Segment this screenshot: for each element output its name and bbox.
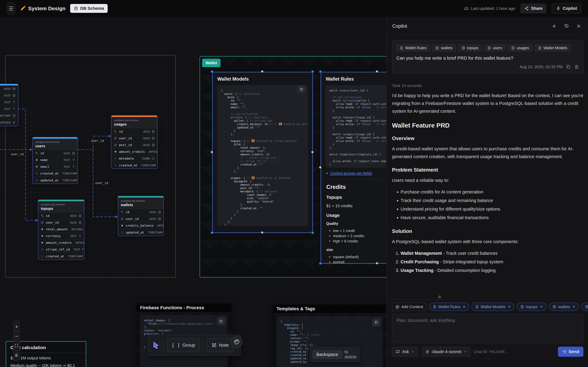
table-row-updated_at[interactable]: updated_atTIMESTAMP <box>118 229 164 236</box>
table-row-user_id[interactable]: user_idUUID <box>118 216 164 222</box>
control-access-link[interactable]: Control access per fields <box>330 171 372 175</box>
copy-code-button[interactable] <box>372 318 380 326</box>
table-usages[interactable]: postgres.db.schemausagesidUUIDuser_idUUI… <box>111 115 157 169</box>
topups-rate: $1 = 10 credits <box>326 204 387 208</box>
table-row-text[interactable]: TEXTT <box>0 99 18 106</box>
select-cursor-icon[interactable] <box>152 341 160 349</box>
wallet-models-card[interactable]: Wallet Models { users: { // collection $… <box>212 72 313 233</box>
fit-view-button[interactable] <box>13 342 20 350</box>
schema-canvas[interactable]: Wallet user_id user_id user_id UUIDUUIDT… <box>0 17 387 367</box>
context-chip-users[interactable]: users <box>484 44 506 51</box>
dot-icon <box>114 150 117 153</box>
selection-handle[interactable] <box>376 262 378 265</box>
context-chip-wallet-rules[interactable]: Wallet Rules <box>396 44 430 51</box>
dot-icon <box>41 227 44 231</box>
selection-handle[interactable] <box>311 70 314 73</box>
table-row-currency[interactable]: currencyTEXTT <box>38 233 84 240</box>
selection-handle[interactable] <box>319 166 321 169</box>
wallet-group-label[interactable]: Wallet <box>202 59 221 67</box>
table-row-id[interactable]: idUUID <box>38 213 84 219</box>
table-partial[interactable]: UUIDUUIDTEXTTTEXTTTIMESTAMPINTEGER# <box>0 84 18 126</box>
wallet-rules-card[interactable]: Wallet Rules match /users/{user_id} { //… <box>321 72 387 264</box>
table-row-created_at[interactable]: created_atTIMESTAMP <box>38 253 84 260</box>
table-row-created_at[interactable]: created_atTIMESTAMP <box>33 170 78 177</box>
table-row-text[interactable]: TEXTT <box>0 106 18 112</box>
send-button[interactable]: Send <box>558 347 583 357</box>
selection-handle[interactable] <box>319 70 322 73</box>
selection-handle[interactable] <box>261 231 264 234</box>
table-users[interactable]: postgres.db.schemausersidUUIDnameTEXTTem… <box>32 137 78 184</box>
delete-hint-tooltip: Backspace to delete <box>309 347 360 362</box>
chat-scroll-area[interactable]: Wallet RuleswalletstopupsusersusagesWall… <box>387 36 588 299</box>
table-row-integer[interactable]: INTEGER# <box>0 119 18 126</box>
copy-code-button[interactable] <box>297 85 306 93</box>
close-panel-button[interactable] <box>575 22 582 30</box>
table-row-created_at[interactable]: created_atTIMESTAMP <box>111 162 157 169</box>
note-button[interactable]: Note <box>207 338 233 352</box>
database-icon <box>74 6 78 10</box>
mode-select-ask[interactable]: Ask <box>392 347 418 357</box>
tab-db-schema[interactable]: DB Schema <box>70 4 108 13</box>
table-row-timestamp[interactable]: TIMESTAMP <box>0 112 18 119</box>
selection-handle[interactable] <box>261 70 264 73</box>
type-icon: T <box>72 158 75 162</box>
table-row-user_id[interactable]: user_idUUID <box>38 219 84 226</box>
table-row-uuid[interactable]: UUID <box>0 85 18 92</box>
add-context-button[interactable]: @ Add Context <box>392 303 427 311</box>
table-row-email[interactable]: emailTEXTT <box>33 163 78 170</box>
type-icon: {} <box>152 157 155 160</box>
selection-handle[interactable] <box>311 231 314 234</box>
table-row-total_amount[interactable]: total_amountDECIMAL <box>38 226 84 233</box>
selection-handle[interactable] <box>376 70 378 73</box>
new-chat-button[interactable] <box>550 22 558 30</box>
color-palette-button[interactable] <box>231 336 243 348</box>
table-topups[interactable]: postgres.db.schematopupsidUUIDuser_idUUI… <box>38 200 84 260</box>
table-row-amount_credits[interactable]: amount_creditsINTEGER# <box>38 240 84 246</box>
table-wallets[interactable]: postgres.db.schemawalletsidUUIDuser_idUU… <box>118 196 164 236</box>
note-pencil-icon <box>211 342 217 348</box>
table-row-post_id[interactable]: post_idUUID <box>111 142 157 149</box>
copy-code-button[interactable] <box>217 317 225 325</box>
table-schema: postgres.db.schema <box>41 203 81 206</box>
scroll-indicator-icon[interactable] <box>438 295 442 298</box>
prompt-input[interactable]: Plan, document, ask anything <box>392 314 583 343</box>
selection-handle[interactable] <box>311 151 314 153</box>
lock-button[interactable] <box>13 351 20 359</box>
link-icon <box>114 143 117 147</box>
table-row-metadata[interactable]: metadataJSONB{} <box>111 155 157 162</box>
model-select[interactable]: claude-4-sonnet <box>422 347 471 357</box>
context-chip-wallet-models[interactable]: Wallet Models <box>535 44 571 51</box>
table-row-name[interactable]: nameTEXTT <box>33 157 78 163</box>
table-name: users <box>35 144 75 148</box>
selection-handle[interactable] <box>211 231 214 234</box>
table-row-stripe_ref_id[interactable]: stripe_ref_idTEXTT <box>38 246 84 253</box>
selection-handle[interactable] <box>319 262 322 265</box>
table-row-id[interactable]: idUUID <box>111 128 157 135</box>
group-button[interactable]: [ ] Group <box>167 338 200 352</box>
table-row-updated_at[interactable]: updated_atTIMESTAMP <box>33 177 78 184</box>
zoom-toolbar: + − <box>13 321 20 361</box>
share-button[interactable]: Share <box>520 3 546 13</box>
copilot-button[interactable]: Copilot <box>552 3 581 13</box>
context-chip-usages[interactable]: usages <box>508 44 532 51</box>
table-row-id[interactable]: idUUID <box>33 150 78 157</box>
context-chip-wallets[interactable]: wallets <box>432 44 456 51</box>
selection-handle[interactable] <box>211 151 213 153</box>
table-row-credits_balance[interactable]: credits_balanceINTEGER# <box>118 222 164 229</box>
delete-message-button[interactable] <box>574 64 579 69</box>
zoom-out-button[interactable]: − <box>13 332 20 340</box>
unique-icon <box>35 165 38 168</box>
menu-button[interactable] <box>7 2 15 15</box>
selection-handle[interactable] <box>211 70 214 73</box>
context-chip-topups[interactable]: topups <box>458 44 482 51</box>
type-icon <box>152 143 155 147</box>
table-row-uuid[interactable]: UUID <box>0 92 18 99</box>
group-brackets-icon: [ ] <box>172 342 180 348</box>
copy-message-button[interactable] <box>566 64 571 69</box>
zoom-in-button[interactable]: + <box>13 323 20 331</box>
table-row-id[interactable]: idUUID <box>118 209 164 216</box>
table-row-amount_credits[interactable]: amount_creditsINTEGER# <box>111 149 157 155</box>
table-row-user_id[interactable]: user_idUUID <box>111 135 157 142</box>
copilot-panel-title: Copilot <box>392 23 407 29</box>
history-button[interactable] <box>562 22 570 30</box>
